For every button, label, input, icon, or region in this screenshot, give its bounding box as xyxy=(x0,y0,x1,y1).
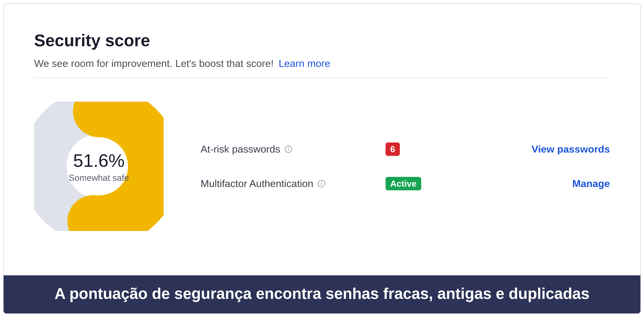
metric-badge-col: 6 xyxy=(386,142,433,156)
at-risk-count-badge: 6 xyxy=(386,142,400,156)
content-row: 51.6% Somewhat safe At-risk passwords xyxy=(34,102,610,231)
info-icon[interactable] xyxy=(284,145,292,153)
divider xyxy=(34,78,610,78)
svg-point-2 xyxy=(288,147,289,148)
score-gauge: 51.6% Somewhat safe xyxy=(34,102,164,231)
view-passwords-link[interactable]: View passwords xyxy=(532,143,610,155)
subtitle-row: We see room for improvement. Let's boost… xyxy=(34,58,610,69)
page-title: Security score xyxy=(34,31,610,50)
svg-point-5 xyxy=(321,181,322,182)
manage-mfa-link[interactable]: Manage xyxy=(572,178,610,189)
metric-badge-col: Active xyxy=(386,177,433,190)
metric-mfa: Multifactor Authentication Active Manage xyxy=(200,177,610,190)
metric-label-text: At-risk passwords xyxy=(200,143,280,155)
info-icon[interactable] xyxy=(318,180,326,188)
metrics-list: At-risk passwords 6 View passwords xyxy=(200,142,610,190)
mfa-status-badge: Active xyxy=(386,177,421,190)
subtitle-text: We see room for improvement. Let's boost… xyxy=(34,58,274,69)
gauge-value: 51.6% xyxy=(69,150,129,171)
gauge-status-label: Somewhat safe xyxy=(69,173,129,183)
security-score-card: Security score We see room for improveme… xyxy=(3,3,641,314)
caption-bar: A pontuação de segurança encontra senhas… xyxy=(3,275,641,314)
metric-label: At-risk passwords xyxy=(200,143,386,155)
metric-label: Multifactor Authentication xyxy=(200,178,386,189)
learn-more-link[interactable]: Learn more xyxy=(278,58,330,69)
gauge-center: 51.6% Somewhat safe xyxy=(69,150,129,183)
metric-at-risk-passwords: At-risk passwords 6 View passwords xyxy=(200,142,610,156)
metric-label-text: Multifactor Authentication xyxy=(200,178,313,189)
caption-text: A pontuação de segurança encontra senhas… xyxy=(14,284,630,303)
